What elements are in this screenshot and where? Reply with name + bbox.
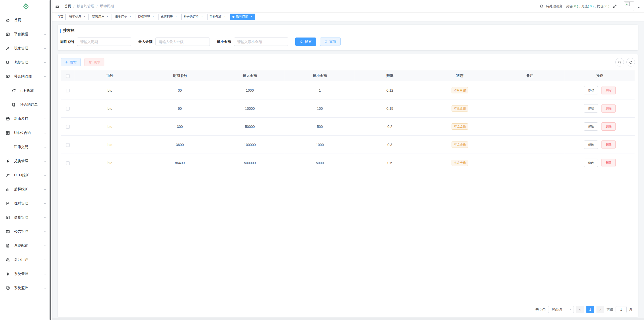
close-icon[interactable]: × (83, 15, 86, 19)
bell-icon[interactable] (540, 4, 544, 8)
tab-coin-config[interactable]: 币种配置× (207, 14, 229, 20)
sidebar-item-announcement[interactable]: 公告管理 (0, 225, 52, 239)
sidebar-toggle-button[interactable] (55, 4, 60, 9)
sidebar-item-spot-trade[interactable]: 币币交易 (0, 140, 52, 154)
row-checkbox[interactable] (66, 143, 70, 147)
tab-label: 归集订单 (115, 15, 127, 19)
breadcrumb-current: 币种周期 (100, 4, 114, 9)
toggle-search-button[interactable] (615, 58, 624, 66)
sidebar-item-coin-config[interactable]: 币种配置 (0, 84, 52, 98)
max-amount-input[interactable] (155, 38, 210, 46)
min-amount-input[interactable] (234, 38, 288, 46)
refresh-table-button[interactable] (626, 58, 635, 66)
edit-button[interactable]: 修改 (584, 140, 598, 149)
page-size-select[interactable]: 10条/页 (548, 306, 574, 313)
add-button[interactable]: 新增 (61, 58, 81, 66)
sidebar-item-system-monitor[interactable]: 系统监控 (0, 281, 52, 295)
tab-player-users[interactable]: 玩家用户× (90, 14, 111, 20)
tab-auth-mgmt[interactable]: 授权管理× (136, 14, 157, 20)
chevron-down-icon (570, 309, 572, 310)
next-page-button[interactable]: > (596, 306, 604, 313)
reset-button[interactable]: 重置 (320, 38, 341, 46)
chevron-down-icon (43, 216, 47, 220)
bulk-delete-button[interactable]: 删除 (84, 58, 104, 66)
sidebar-item-new-coin[interactable]: 新币发行 (0, 112, 52, 126)
chevron-down-icon (43, 244, 47, 248)
sidebar-item-staking-mining[interactable]: 质押挖矿 (0, 182, 52, 196)
fullscreen-icon[interactable] (613, 4, 617, 8)
row-checkbox[interactable] (66, 125, 70, 129)
breadcrumb-section: 秒合约管理 (77, 4, 94, 9)
sidebar-item-system-config[interactable]: 系统配置 (0, 239, 52, 253)
delete-button[interactable]: 删除 (601, 140, 616, 149)
close-icon[interactable]: × (151, 15, 155, 19)
select-all-checkbox[interactable] (66, 74, 70, 78)
table-row: btc 30 1000 1 0.12 本金全输 修改 删除 (61, 81, 635, 99)
sidebar-item-lending-mgmt[interactable]: 借贷管理 (0, 210, 52, 225)
row-checkbox[interactable] (66, 161, 70, 165)
delete-button[interactable]: 删除 (601, 122, 616, 131)
sidebar-item-seconds-orders[interactable]: 秒合约订单 (0, 98, 52, 112)
tab-label: 秒合约订单 (184, 15, 199, 19)
close-icon[interactable]: × (223, 15, 227, 19)
close-icon[interactable]: × (174, 15, 178, 19)
sidebar-scrollbar[interactable] (50, 0, 51, 320)
edit-button[interactable]: 修改 (584, 86, 598, 94)
tab-home[interactable]: 首页 (55, 14, 66, 20)
user-icon (6, 46, 10, 51)
refresh-icon (629, 60, 633, 64)
sidebar-item-platform-data[interactable]: 平台数据 (0, 27, 52, 41)
sidebar-item-exchange[interactable]: 兑换管理 (0, 154, 52, 168)
close-icon[interactable]: × (106, 15, 109, 19)
edit-button[interactable]: 修改 (584, 104, 598, 113)
prev-page-button[interactable]: < (576, 306, 584, 313)
breadcrumb-separator: / (97, 4, 98, 8)
page-size-value: 10条/页 (551, 307, 562, 312)
sidebar-item-label: 币币交易 (14, 145, 43, 149)
page-1-button[interactable]: 1 (586, 306, 594, 313)
sidebar-item-seconds-contract[interactable]: 秒合约管理 (0, 69, 52, 84)
header-max-amount: 最大金额 (215, 70, 285, 81)
edit-button[interactable]: 修改 (584, 159, 598, 167)
close-icon[interactable]: × (250, 15, 253, 19)
search-button[interactable]: 搜索 (295, 38, 316, 46)
breadcrumb-home[interactable]: 首页 (64, 4, 71, 9)
tab-collection-orders[interactable]: 归集订单× (113, 14, 134, 20)
table-row: btc 86400 500000 5000 0.5 本金全输 修改 删除 (61, 154, 635, 172)
cell-odds: 0.12 (355, 81, 425, 99)
sidebar-item-usdt-contract[interactable]: U本位合约 (0, 126, 52, 140)
tags-view-bar: 首页 账变信息× 玩家用户× 归集订单× 授权管理× 充值列表× 秒合约订单× … (52, 13, 644, 21)
sidebar-item-defi-mining[interactable]: DEFI挖矿 (0, 168, 52, 182)
tab-seconds-orders[interactable]: 秒合约订单× (181, 14, 206, 20)
app-logo[interactable] (0, 0, 52, 13)
sidebar-item-deposit-withdraw[interactable]: 充提管理 (0, 55, 52, 69)
sidebar-item-system-mgmt[interactable]: 系统管理 (0, 267, 52, 281)
status-badge: 本金全输 (452, 123, 468, 130)
sidebar-item-label: 系统管理 (14, 272, 43, 276)
sidebar-item-wealth-mgmt[interactable]: 理财管理 (0, 196, 52, 210)
reset-button-label: 重置 (329, 40, 336, 44)
avatar[interactable] (624, 1, 634, 11)
sidebar-item-home[interactable]: 首页 (0, 13, 52, 27)
tab-label: 币种配置 (210, 15, 222, 19)
tab-account-changes[interactable]: 账变信息× (67, 14, 89, 20)
goto-page-input[interactable] (616, 306, 627, 313)
tab-deposit-list[interactable]: 充值列表× (158, 14, 180, 20)
pending-kyc-label: 实名 (566, 4, 572, 8)
pending-message[interactable]: 待处理消息：实名( 0 )，充值( 0 )，提现( 0 ) (546, 4, 609, 9)
goto-label: 前往 (607, 307, 613, 312)
period-input[interactable] (77, 38, 131, 46)
close-icon[interactable]: × (129, 15, 132, 19)
row-checkbox[interactable] (66, 89, 70, 92)
edit-button[interactable]: 修改 (584, 122, 598, 131)
delete-button[interactable]: 删除 (601, 86, 616, 94)
delete-button[interactable]: 删除 (601, 104, 616, 113)
row-checkbox[interactable] (66, 107, 70, 111)
close-icon[interactable]: × (200, 15, 204, 19)
tab-coin-period-active[interactable]: 币种周期× (230, 14, 255, 20)
horizontal-scrollbar[interactable] (52, 318, 644, 320)
delete-button[interactable]: 删除 (601, 159, 616, 167)
sidebar-item-player-mgmt[interactable]: 玩家管理 (0, 41, 52, 55)
sidebar-item-admin-users[interactable]: 后台用户 (0, 253, 52, 267)
avatar-dropdown-caret[interactable] (637, 7, 640, 8)
